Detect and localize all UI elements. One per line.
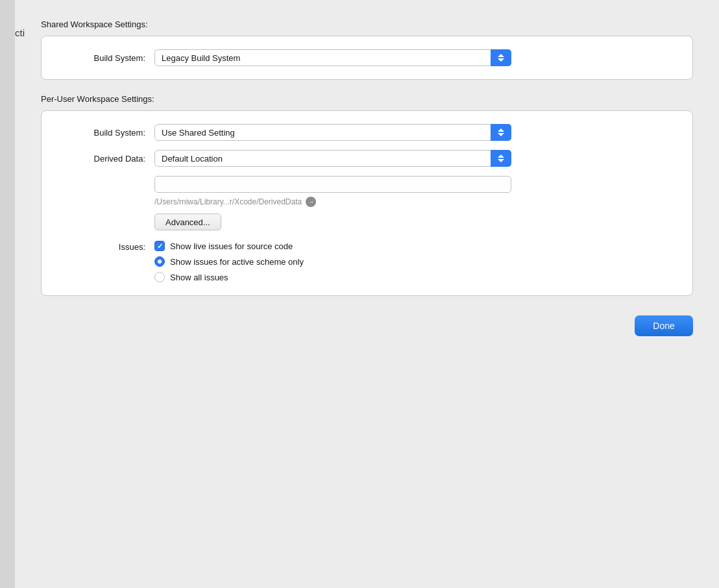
derived-data-input-row — [61, 176, 673, 193]
derived-data-path-input[interactable] — [154, 176, 511, 193]
derived-data-select-wrapper[interactable]: Default Location — [154, 150, 511, 167]
shared-build-system-select-wrapper[interactable]: Legacy Build System — [154, 49, 511, 66]
show-live-issues-label: Show live issues for source code — [170, 241, 293, 251]
shared-section-label: Shared Workspace Settings: — [41, 19, 693, 29]
show-active-scheme-label: Show issues for active scheme only — [170, 257, 304, 267]
issues-options: Show live issues for source code Show is… — [154, 241, 304, 282]
done-button[interactable]: Done — [635, 315, 693, 336]
done-button-row: Done — [41, 315, 693, 336]
derived-data-label: Derived Data: — [61, 154, 145, 164]
per-user-section-label: Per-User Workspace Settings: — [41, 94, 693, 104]
per-user-build-system-row: Build System: Use Shared Setting — [61, 124, 673, 141]
show-all-issues-radio-icon — [154, 272, 165, 282]
derived-data-row: Derived Data: Default Location — [61, 150, 673, 167]
show-all-issues-label: Show all issues — [170, 273, 228, 282]
advanced-button[interactable]: Advanced... — [154, 214, 221, 230]
issues-section: Issues: Show live issues for source code… — [61, 241, 673, 282]
derived-data-select[interactable]: Default Location — [154, 150, 511, 167]
partial-title: cti — [15, 27, 25, 38]
dialog-container: cti Shared Workspace Settings: Build Sys… — [15, 0, 719, 588]
derived-data-path-text: /Users/rniwa/Library...r/Xcode/DerivedDa… — [154, 197, 302, 206]
show-all-issues-option[interactable]: Show all issues — [154, 272, 304, 282]
show-active-scheme-issues-option[interactable]: Show issues for active scheme only — [154, 256, 304, 267]
show-live-issues-checkbox-icon — [154, 241, 165, 251]
per-user-settings-box: Build System: Use Shared Setting Derived… — [41, 110, 693, 296]
shared-build-system-select[interactable]: Legacy Build System — [154, 49, 511, 66]
show-live-issues-option[interactable]: Show live issues for source code — [154, 241, 304, 251]
per-user-build-system-label: Build System: — [61, 128, 145, 138]
shared-settings-box: Build System: Legacy Build System — [41, 36, 693, 80]
per-user-build-system-select-wrapper[interactable]: Use Shared Setting — [154, 124, 511, 141]
shared-build-system-label: Build System: — [61, 53, 145, 63]
path-navigate-icon[interactable] — [306, 197, 316, 207]
show-active-scheme-radio-icon — [154, 256, 165, 267]
shared-build-system-row: Build System: Legacy Build System — [61, 49, 673, 66]
per-user-build-system-select[interactable]: Use Shared Setting — [154, 124, 511, 141]
derived-data-path-row: /Users/rniwa/Library...r/Xcode/DerivedDa… — [154, 197, 673, 207]
issues-label: Issues: — [61, 241, 145, 252]
